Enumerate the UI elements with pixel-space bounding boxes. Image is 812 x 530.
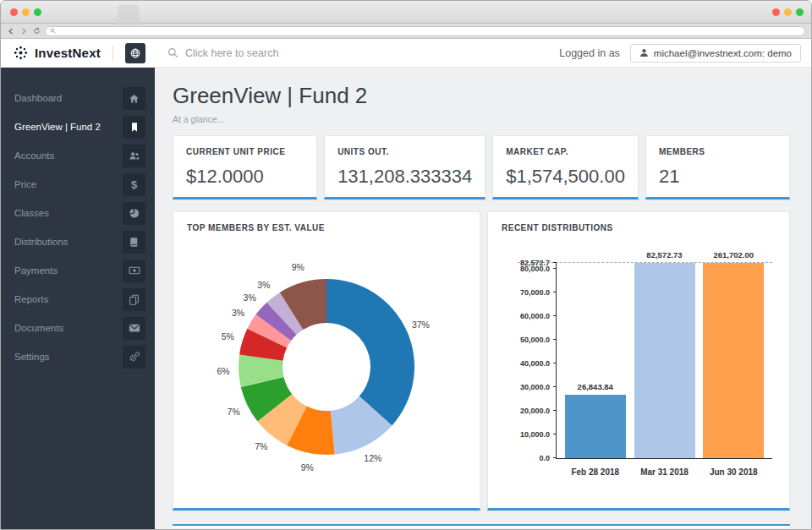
charts-row: TOP MEMBERS BY EST. VALUE 37%12%9%7%7%6%… <box>173 211 790 511</box>
main-content: GreenView | Fund 2 At a glance... CURREN… <box>155 68 811 529</box>
sidebar-item-documents[interactable]: Documents <box>1 314 155 342</box>
stat-label: MEMBERS <box>659 147 776 156</box>
y-axis-tick-label: 60,000.0 <box>520 312 550 320</box>
pie-slice-label: 6% <box>217 366 230 376</box>
minimize-window-button[interactable] <box>22 8 30 16</box>
investnext-logo-icon <box>13 45 29 61</box>
dollar-icon: $ <box>123 173 145 196</box>
top-members-chart-card: TOP MEMBERS BY EST. VALUE 37%12%9%7%7%6%… <box>173 211 480 511</box>
y-axis-tick-label: 70,000.0 <box>520 288 550 297</box>
home-icon <box>123 87 145 110</box>
sidebar-item-label: GreenView | Fund 2 <box>14 122 101 132</box>
maximize-window-button[interactable] <box>34 8 41 16</box>
pie-chart-icon <box>123 202 145 225</box>
pie-slice-label: 7% <box>228 407 240 417</box>
bar <box>565 395 626 458</box>
y-axis-tick-mark <box>553 434 557 434</box>
stats-row: CURRENT UNIT PRICE $12.0000 UNITS OUT. 1… <box>173 135 790 199</box>
browser-titlebar <box>1 1 811 24</box>
search-icon <box>50 28 56 34</box>
sidebar-item-price[interactable]: Price $ <box>1 170 155 199</box>
y-axis-tick-mark <box>553 262 557 263</box>
right-green-dot-icon <box>796 8 804 16</box>
book-icon <box>123 231 145 254</box>
sidebar-item-label: Reports <box>14 294 48 304</box>
right-yellow-dot-icon <box>784 8 792 16</box>
pie-slice-label: 7% <box>255 441 267 451</box>
next-section-edge <box>173 524 790 528</box>
search-hint-text: Click here to search <box>185 47 278 59</box>
sidebar-item-payments[interactable]: Payments <box>1 256 155 285</box>
brand-name: InvestNext <box>35 46 101 60</box>
stat-card-units-out: UNITS OUT. 131,208.333334 <box>324 135 486 199</box>
pie-slice-label: 9% <box>292 262 304 272</box>
y-axis-tick-label: 50,000.0 <box>520 336 550 344</box>
y-axis-tick-label: 10,000.0 <box>520 430 550 439</box>
bar-group: 82,572.73Mar 31 2018 <box>634 263 695 458</box>
pie-slice-label: 3% <box>244 292 256 303</box>
bookmark-icon <box>123 116 145 139</box>
pie-slice <box>326 279 414 425</box>
stat-label: CURRENT UNIT PRICE <box>186 147 304 156</box>
stat-card-members: MEMBERS 21 <box>645 135 790 199</box>
forward-icon[interactable] <box>19 27 28 36</box>
sidebar: Dashboard GreenView | Fund 2 Accounts Pr… <box>1 68 155 529</box>
chart-title: RECENT DISTRIBUTIONS <box>502 223 776 232</box>
x-axis-category-label: Mar 31 2018 <box>640 467 689 477</box>
sidebar-item-greenview-fund-2[interactable]: GreenView | Fund 2 <box>1 112 155 141</box>
sidebar-item-label: Documents <box>14 323 63 333</box>
money-icon <box>123 260 145 282</box>
close-window-button[interactable] <box>10 8 18 16</box>
sidebar-item-reports[interactable]: Reports <box>1 285 155 314</box>
envelope-icon <box>123 317 145 340</box>
sidebar-item-distributions[interactable]: Distributions <box>1 227 155 256</box>
page-subtitle: At a glance... <box>173 114 790 124</box>
y-axis-tick-label: 0.0 <box>539 454 550 462</box>
sidebar-item-label: Classes <box>14 208 49 218</box>
y-axis-tick-label: 82,572.7 <box>520 259 550 267</box>
sidebar-item-label: Settings <box>14 352 50 362</box>
y-axis-tick-mark <box>553 410 557 411</box>
chart-title: TOP MEMBERS BY EST. VALUE <box>187 223 466 232</box>
globe-button[interactable] <box>125 43 145 63</box>
bar <box>634 263 695 458</box>
sidebar-item-label: Payments <box>14 265 58 276</box>
back-icon[interactable] <box>7 27 15 36</box>
bar-group: 26,843.84Feb 28 2018 <box>565 263 626 458</box>
stat-label: MARKET CAP. <box>506 147 625 156</box>
address-bar[interactable] <box>45 26 805 36</box>
users-icon <box>123 145 145 167</box>
page-title: GreenView | Fund 2 <box>173 83 790 109</box>
pie-slice-label: 37% <box>412 320 430 330</box>
gears-icon <box>123 346 145 369</box>
browser-toolbar <box>1 24 811 39</box>
sidebar-item-label: Price <box>14 179 36 189</box>
x-axis-category-label: Feb 28 2018 <box>571 467 619 477</box>
sidebar-item-classes[interactable]: Classes <box>1 199 155 227</box>
global-search[interactable]: Click here to search <box>167 47 278 59</box>
pie-slice-label: 12% <box>364 453 381 463</box>
user-icon <box>639 48 649 57</box>
user-email-text: michael@investnext.com: demo <box>654 48 792 58</box>
stat-card-current-unit-price: CURRENT UNIT PRICE $12.0000 <box>173 135 317 199</box>
stat-label: UNITS OUT. <box>337 147 472 156</box>
sidebar-item-accounts[interactable]: Accounts <box>1 141 155 170</box>
sidebar-item-label: Dashboard <box>14 93 62 103</box>
browser-tab[interactable] <box>117 5 140 25</box>
y-axis-tick-mark <box>553 457 557 458</box>
sidebar-item-settings[interactable]: Settings <box>1 342 155 371</box>
user-menu-button[interactable]: michael@investnext.com: demo <box>630 44 801 63</box>
sidebar-item-dashboard[interactable]: Dashboard <box>1 84 155 112</box>
bar-value-label: 82,572.73 <box>646 250 682 260</box>
sidebar-item-label: Accounts <box>14 150 54 161</box>
sidebar-item-label: Distributions <box>14 237 68 247</box>
y-axis-tick-label: 20,000.0 <box>520 407 550 415</box>
stat-value: 21 <box>659 166 776 188</box>
pie-slice-label: 3% <box>257 280 270 290</box>
stat-value: 131,208.333334 <box>337 166 472 188</box>
stat-value: $12.0000 <box>186 166 304 188</box>
y-axis-tick-mark <box>553 363 557 363</box>
brand[interactable]: InvestNext <box>13 45 101 61</box>
reload-icon[interactable] <box>32 27 41 36</box>
logged-in-as-label: Logged in as <box>559 47 620 59</box>
